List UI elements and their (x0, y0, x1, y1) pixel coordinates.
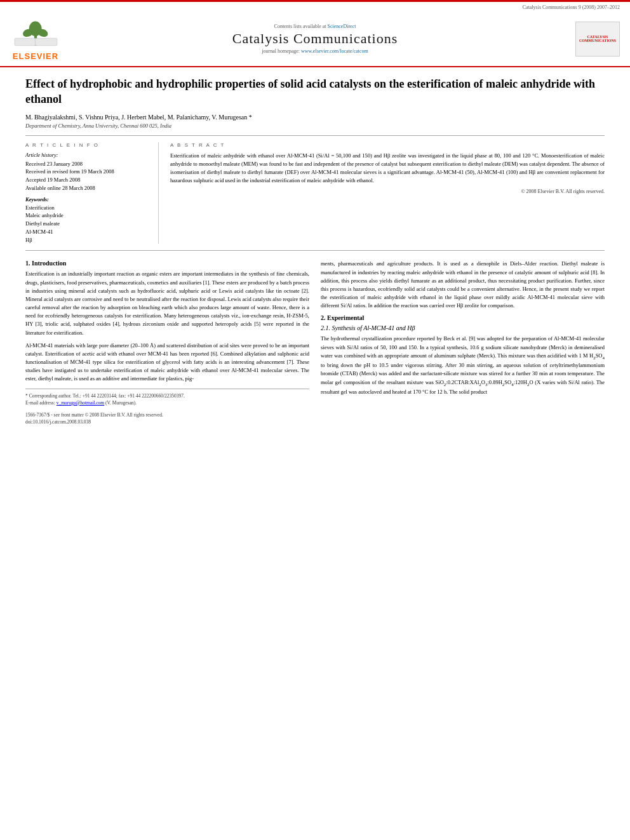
right-logo-area: CATALYSISCOMMUNICATIONS (569, 22, 620, 57)
keywords-label: Keywords: (25, 196, 149, 203)
svg-rect-4 (15, 38, 57, 46)
authors-line: M. Bhagiyalakshmi, S. Vishnu Priya, J. H… (25, 114, 605, 121)
top-bar: Catalysis Communications 9 (2008) 2007–2… (0, 2, 630, 11)
revised-date: Received in revised form 19 March 2008 (25, 168, 149, 176)
email-link[interactable]: v_murugu@hotmail.com (57, 400, 104, 406)
catalysis-logo-box: CATALYSISCOMMUNICATIONS (575, 22, 620, 57)
accepted-date: Accepted 19 March 2008 (25, 176, 149, 184)
keyword-2: Maleic anhydride (25, 211, 149, 220)
keyword-5: Hβ (25, 236, 149, 244)
elsevier-logo: ELSEVIER (10, 17, 61, 61)
abstract-text: Esterification of maleic anhydride with … (170, 152, 605, 185)
article-title: Effect of hydrophobic and hydrophilic pr… (25, 76, 605, 107)
body-right-column: ments, pharmaceuticals and agriculture p… (321, 260, 605, 425)
email-note: E-mail address: v_murugu@hotmail.com (V.… (25, 399, 309, 406)
sciencedirect-line: Contents lists available at ScienceDirec… (61, 23, 569, 29)
elsevier-svg-icon (12, 17, 60, 51)
footnote-area: * Corresponding author. Tel.: +91 44 222… (25, 389, 309, 426)
issn-area: 1566-7367/$ - see front matter © 2008 El… (25, 411, 309, 426)
article-info-column: A R T I C L E I N F O Article history: R… (25, 142, 159, 244)
experimental-paragraph: The hydrothermal crystallization procedu… (321, 335, 605, 396)
abstract-label: A B S T R A C T (170, 142, 605, 148)
keyword-1: Esterification (25, 204, 149, 212)
issn-line: 1566-7367/$ - see front matter © 2008 El… (25, 411, 309, 418)
experimental-heading: 2. Experimental (321, 314, 605, 321)
right-intro-paragraph: ments, pharmaceuticals and agriculture p… (321, 260, 605, 310)
journal-center-block: Contents lists available at ScienceDirec… (61, 23, 569, 54)
available-date: Available online 28 March 2008 (25, 184, 149, 192)
subsection-heading: 2.1. Synthesis of Al-MCM-41 and Hβ (321, 324, 605, 331)
affiliation-line: Department of Chemistry, Anna University… (25, 123, 605, 129)
abstract-column: A B S T R A C T Esterification of maleic… (170, 142, 605, 244)
keyword-4: Al-MCM-41 (25, 228, 149, 236)
sciencedirect-link[interactable]: ScienceDirect (328, 23, 356, 29)
main-content: Effect of hydrophobic and hydrophilic pr… (0, 67, 630, 435)
body-section: 1. Introduction Esterification is an ind… (25, 260, 605, 425)
journal-title: Catalysis Communications (61, 30, 569, 47)
keyword-3: Diethyl maleate (25, 220, 149, 228)
homepage-line: journal homepage: www.elsevier.com/locat… (61, 48, 569, 54)
body-left-column: 1. Introduction Esterification is an ind… (25, 260, 309, 425)
journal-header: ELSEVIER Contents lists available at Sci… (0, 11, 630, 67)
article-info-label: A R T I C L E I N F O (25, 142, 149, 148)
introduction-heading: 1. Introduction (25, 260, 309, 267)
homepage-link[interactable]: www.elsevier.com/locate/catcom (301, 48, 368, 54)
article-history-label: Article history: (25, 152, 149, 158)
copyright-line: © 2008 Elsevier B.V. All rights reserved… (170, 189, 605, 194)
corresponding-author-note: * Corresponding author. Tel.: +91 44 222… (25, 392, 309, 399)
received-date: Received 23 January 2008 (25, 160, 149, 168)
intro-paragraph-1: Esterification is an industrially import… (25, 270, 309, 337)
doi-line: doi:10.1016/j.catcom.2008.03.038 (25, 418, 309, 425)
journal-ref: Catalysis Communications 9 (2008) 2007–2… (523, 4, 620, 10)
info-abstract-section: A R T I C L E I N F O Article history: R… (25, 135, 605, 251)
intro-paragraph-2: Al-MCM-41 materials with large pore diam… (25, 342, 309, 383)
elsevier-wordmark: ELSEVIER (13, 51, 58, 61)
